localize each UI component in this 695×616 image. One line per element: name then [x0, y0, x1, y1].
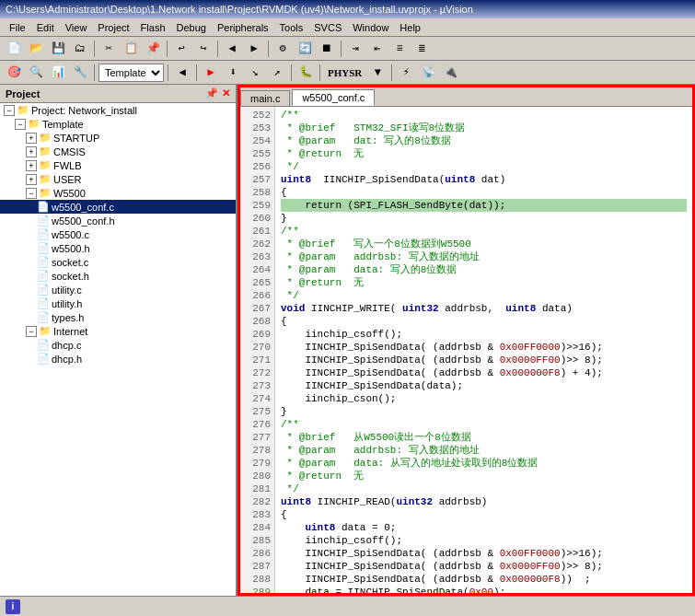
tree-w5500-conf-h-label: w5500_conf.h: [52, 215, 115, 227]
undo-button[interactable]: ↩: [171, 39, 191, 59]
step-over-button[interactable]: ↘: [245, 63, 265, 83]
extra-btn2[interactable]: 📡: [418, 63, 438, 83]
template-select[interactable]: Template: [98, 64, 164, 82]
tree-dhcp-c[interactable]: 📄 dhcp.c: [0, 338, 236, 352]
rebuild-button[interactable]: 🔄: [295, 39, 315, 59]
menu-edit[interactable]: Edit: [31, 20, 60, 35]
stop-button[interactable]: ⏹: [317, 39, 337, 59]
tree-types-h-label: types.h: [52, 312, 84, 323]
icon4[interactable]: 🔧: [70, 63, 90, 83]
menu-debug[interactable]: Debug: [171, 20, 212, 35]
new-file-button[interactable]: 📄: [4, 39, 24, 59]
save-button[interactable]: 💾: [48, 39, 68, 59]
icon2[interactable]: 🔍: [26, 63, 46, 83]
status-icon: i: [6, 599, 20, 614]
save-all-button[interactable]: 🗂: [70, 39, 90, 59]
user-expand-icon[interactable]: +: [26, 174, 37, 185]
nav-back-button[interactable]: ◀: [222, 39, 242, 59]
tree-utility-h[interactable]: 📄 utility.h: [0, 296, 236, 310]
separator-5: [341, 41, 342, 57]
menu-help[interactable]: Help: [394, 20, 426, 35]
tree-dhcp-h[interactable]: 📄 dhcp.h: [0, 352, 236, 366]
line-numbers: 2522532542552562572582592602612622632642…: [240, 107, 275, 593]
open-button[interactable]: 📂: [26, 39, 46, 59]
tree-fwlb-folder[interactable]: + 📁 FWLB: [0, 158, 236, 172]
startup-expand-icon[interactable]: +: [26, 133, 37, 144]
step-into-button[interactable]: ⬇: [223, 63, 243, 83]
separator-11: [391, 64, 392, 81]
tree-root[interactable]: − 📁 Project: Network_install: [0, 103, 236, 117]
tab-bar: main.c w5500_conf.c: [240, 87, 692, 107]
tree-internet-folder[interactable]: − 📁 Internet: [0, 324, 236, 338]
menu-tools[interactable]: Tools: [274, 20, 309, 35]
indent-btn[interactable]: ⇥: [345, 39, 365, 59]
template-expand-icon[interactable]: −: [15, 119, 26, 130]
align-btn[interactable]: ≡: [389, 39, 410, 59]
cmsis-expand-icon[interactable]: +: [26, 146, 37, 157]
extra-btn1[interactable]: ⚡: [396, 63, 416, 83]
separator-10: [319, 64, 320, 81]
tree-socket-c[interactable]: 📄 socket.c: [0, 255, 236, 269]
project-tree: − 📁 Project: Network_install − 📁 Templat…: [0, 103, 236, 596]
tree-startup-folder[interactable]: + 📁 STARTUP: [0, 131, 236, 145]
editor-panel: main.c w5500_conf.c 25225325425525625725…: [237, 85, 695, 596]
tab-main-c[interactable]: main.c: [240, 90, 290, 106]
run-button[interactable]: ▶: [201, 63, 221, 83]
tree-w5500-h[interactable]: 📄 w5500.h: [0, 241, 236, 255]
menu-flash[interactable]: Flash: [135, 20, 171, 35]
separator-1: [94, 41, 95, 57]
tree-template-folder[interactable]: − 📁 Template: [0, 117, 236, 131]
root-expand-icon[interactable]: −: [4, 105, 15, 116]
outdent-btn[interactable]: ⇤: [367, 39, 388, 59]
separator-9: [291, 64, 292, 81]
extra-btn3[interactable]: 🔌: [440, 63, 460, 83]
debug-icon[interactable]: 🐛: [295, 63, 316, 83]
code-content[interactable]: /** * @brief STM32_SFI读写8位数据 * @param da…: [275, 107, 692, 593]
menu-bar: File Edit View Project Flash Debug Perip…: [0, 18, 695, 37]
tree-w5500-c[interactable]: 📄 w5500.c: [0, 227, 236, 241]
icon3[interactable]: 📊: [48, 63, 68, 83]
tree-cmsis-folder[interactable]: + 📁 CMSIS: [0, 145, 236, 158]
menu-svcs[interactable]: SVCS: [308, 20, 347, 35]
cut-button[interactable]: ✂: [98, 39, 119, 59]
tree-w5500-conf-h[interactable]: 📄 w5500_conf.h: [0, 214, 236, 227]
tree-dhcp-h-label: dhcp.h: [52, 354, 82, 365]
build-button[interactable]: ⚙: [272, 39, 293, 59]
menu-file[interactable]: File: [4, 20, 31, 35]
tree-types-h[interactable]: 📄 types.h: [0, 310, 236, 324]
project-header-icons: 📌 ✕: [205, 87, 230, 99]
tree-fwlb-label: FWLB: [53, 160, 82, 171]
menu-peripherals[interactable]: Peripherals: [212, 20, 274, 35]
menu-view[interactable]: View: [60, 20, 93, 35]
tree-socket-h[interactable]: 📄 socket.h: [0, 269, 236, 283]
tree-user-folder[interactable]: + 📁 USER: [0, 172, 236, 186]
internet-expand-icon[interactable]: −: [26, 326, 37, 337]
tree-internet-label: Internet: [53, 326, 87, 337]
close-icon[interactable]: ✕: [222, 87, 230, 99]
target-options-button[interactable]: 🎯: [4, 63, 24, 83]
tree-w5500-label: W5500: [53, 188, 86, 199]
main-layout: Project 📌 ✕ − 📁 Project: Network_install…: [0, 85, 695, 596]
align2-btn[interactable]: ≣: [411, 39, 432, 59]
tree-w5500-folder[interactable]: − 📁 W5500: [0, 186, 236, 200]
step-out-button[interactable]: ↗: [267, 63, 287, 83]
nav-forward-button[interactable]: ▶: [244, 39, 264, 59]
menu-window[interactable]: Window: [347, 20, 394, 35]
tab-w5500-conf-c[interactable]: w5500_conf.c: [292, 89, 375, 106]
pin-icon[interactable]: 📌: [205, 87, 218, 99]
physr-dropdown[interactable]: ▼: [367, 63, 388, 83]
tree-dhcp-c-label: dhcp.c: [52, 340, 81, 351]
code-area[interactable]: 2522532542552562572582592602612622632642…: [240, 107, 692, 593]
copy-button[interactable]: 📋: [121, 39, 141, 59]
menu-project[interactable]: Project: [92, 20, 134, 35]
fwlb-expand-icon[interactable]: +: [26, 160, 37, 171]
tree-w5500-conf-c[interactable]: 📄 w5500_conf.c: [0, 200, 236, 214]
paste-button[interactable]: 📌: [143, 39, 163, 59]
tree-cmsis-label: CMSIS: [53, 146, 86, 157]
redo-button[interactable]: ↪: [193, 39, 214, 59]
title-text: C:\Users\Administrator\Desktop\1.Network…: [6, 4, 473, 15]
w5500-expand-icon[interactable]: −: [26, 188, 37, 199]
prev-target-button[interactable]: ◀: [172, 63, 192, 83]
tree-w5500-h-label: w5500.h: [52, 243, 90, 254]
tree-utility-c[interactable]: 📄 utility.c: [0, 283, 236, 296]
